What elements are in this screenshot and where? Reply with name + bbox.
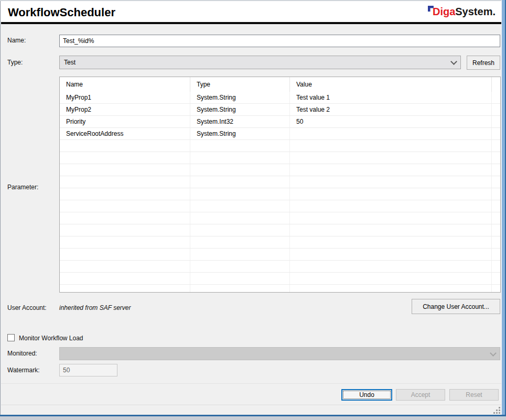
reset-button[interactable]: Reset <box>449 389 499 401</box>
cell-value: Test value 2 <box>290 104 492 115</box>
cell-value <box>290 261 492 272</box>
type-dropdown[interactable]: Test <box>59 56 461 69</box>
page-title: WorkflowScheduler <box>8 6 115 19</box>
table-row[interactable] <box>60 273 500 285</box>
table-row[interactable]: PrioritySystem.Int3250 <box>60 116 500 128</box>
cell-type <box>190 261 290 272</box>
digasystem-logo: Diga System. <box>428 5 496 18</box>
cell-value <box>290 188 492 200</box>
cell-value <box>290 224 492 236</box>
cell-type <box>190 188 290 200</box>
chevron-down-icon <box>450 58 457 65</box>
undo-button[interactable]: Undo <box>341 389 392 401</box>
name-input[interactable] <box>59 35 500 47</box>
cell-filler <box>492 140 500 152</box>
cell-type: System.String <box>190 128 290 139</box>
monitor-workflow-load-label[interactable]: Monitor Workflow Load <box>19 335 83 342</box>
cell-type: System.Int32 <box>190 116 290 127</box>
watermark-input[interactable] <box>59 364 117 376</box>
cell-value <box>290 285 492 293</box>
table-row[interactable]: ServiceRootAddressSystem.String <box>60 128 500 140</box>
cell-type <box>190 200 290 212</box>
table-row[interactable] <box>60 140 500 152</box>
cell-value <box>290 176 492 188</box>
cell-name: MyProp2 <box>60 104 190 115</box>
cell-value <box>290 273 492 284</box>
logo-diga-text: Diga <box>433 5 455 18</box>
cell-filler <box>492 212 500 224</box>
table-row[interactable] <box>60 236 500 249</box>
column-header-type[interactable]: Type <box>190 77 290 92</box>
change-user-account-button[interactable]: Change User Account... <box>412 299 500 314</box>
cell-name: MyProp1 <box>60 92 190 103</box>
parameter-table-body: MyProp1System.StringTest value 1MyProp2S… <box>60 92 500 293</box>
cell-value: Test value 1 <box>290 92 492 103</box>
resize-grip-icon[interactable] <box>493 407 501 414</box>
cell-value: 50 <box>290 116 492 127</box>
cell-type <box>190 212 290 224</box>
cell-name <box>60 164 190 176</box>
cell-filler <box>492 224 500 236</box>
cell-value <box>290 152 492 164</box>
header: WorkflowScheduler Diga System. <box>1 1 501 22</box>
table-row[interactable] <box>60 285 500 293</box>
cell-filler <box>492 176 500 188</box>
cell-filler <box>492 273 500 284</box>
table-row[interactable] <box>60 164 500 176</box>
cell-value <box>290 200 492 212</box>
user-account-value: inherited from SAF server <box>59 304 131 311</box>
column-header-name[interactable]: Name <box>60 77 190 92</box>
cell-name <box>60 200 190 212</box>
workflow-scheduler-window: WorkflowScheduler Diga System. Name: Typ… <box>0 0 506 420</box>
table-row[interactable] <box>60 200 500 212</box>
window-edge-right[interactable] <box>501 0 506 416</box>
watermark-label: Watermark: <box>7 367 40 374</box>
cell-filler <box>492 164 500 176</box>
table-row[interactable] <box>60 212 500 224</box>
user-account-label: User Account: <box>7 304 47 311</box>
table-row[interactable] <box>60 152 500 164</box>
chevron-down-icon <box>490 350 497 357</box>
cell-filler <box>492 249 500 260</box>
cell-filler <box>492 152 500 164</box>
type-label: Type: <box>7 59 23 66</box>
table-row[interactable]: MyProp1System.StringTest value 1 <box>60 92 500 104</box>
table-row[interactable]: MyProp2System.StringTest value 2 <box>60 104 500 116</box>
monitored-label: Monitored: <box>7 350 37 357</box>
cell-value <box>290 128 492 139</box>
cell-filler <box>492 104 500 115</box>
monitor-workflow-load-checkbox[interactable] <box>7 334 15 341</box>
cell-name <box>60 285 190 293</box>
cell-type <box>190 285 290 293</box>
cell-type <box>190 176 290 188</box>
cell-name <box>60 140 190 152</box>
cell-value <box>290 236 492 248</box>
cell-value <box>290 249 492 260</box>
cell-name <box>60 152 190 164</box>
cell-type <box>190 164 290 176</box>
table-row[interactable] <box>60 176 500 188</box>
cell-filler <box>492 285 500 293</box>
column-header-value[interactable]: Value <box>290 77 492 92</box>
footer-divider <box>1 383 501 384</box>
cell-type <box>190 249 290 260</box>
column-header-filler <box>492 77 500 92</box>
logo-system-text: System. <box>455 5 496 18</box>
table-row[interactable] <box>60 188 500 200</box>
accept-button[interactable]: Accept <box>396 389 445 401</box>
type-dropdown-value: Test <box>64 59 76 66</box>
monitored-dropdown[interactable] <box>59 347 500 360</box>
refresh-button[interactable]: Refresh <box>467 56 500 70</box>
parameter-label: Parameter: <box>7 184 38 191</box>
cell-name <box>60 236 190 248</box>
table-row[interactable] <box>60 224 500 236</box>
cell-filler <box>492 236 500 248</box>
parameter-table: Name Type Value MyProp1System.StringTest… <box>59 77 501 293</box>
table-row[interactable] <box>60 261 500 273</box>
cell-filler <box>492 116 500 127</box>
cell-name <box>60 188 190 200</box>
table-row[interactable] <box>60 249 500 261</box>
cell-type <box>190 236 290 248</box>
cell-name <box>60 176 190 188</box>
cell-type: System.String <box>190 92 290 103</box>
